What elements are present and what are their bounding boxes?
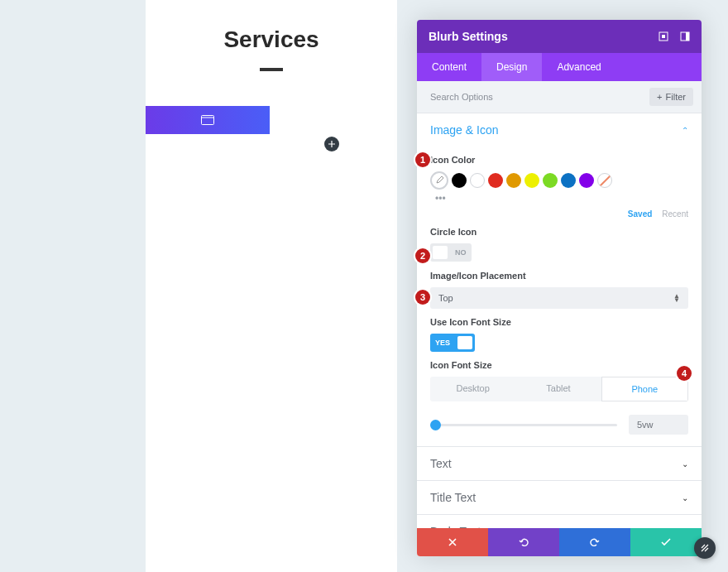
add-module-button[interactable] xyxy=(324,137,339,151)
device-tab-tablet[interactable]: Tablet xyxy=(515,377,601,401)
font-size-value[interactable]: 5vw xyxy=(629,415,688,435)
section-image-icon[interactable]: Image & Icon ⌃ xyxy=(417,113,702,147)
close-icon xyxy=(448,538,457,546)
swatch-blue[interactable] xyxy=(561,173,576,188)
tab-design[interactable]: Design xyxy=(481,53,542,81)
circle-icon-label: Circle Icon xyxy=(430,227,688,237)
saved-recent-tabs: Saved Recent xyxy=(430,209,688,219)
panel-header: Blurb Settings xyxy=(417,20,702,53)
tab-content[interactable]: Content xyxy=(417,53,481,81)
section-body-text[interactable]: Body Text ⌄ xyxy=(417,514,702,528)
placement-label: Image/Icon Placement xyxy=(430,271,688,281)
undo-button[interactable] xyxy=(488,528,559,556)
expand-icon[interactable] xyxy=(659,31,668,41)
swatch-red[interactable] xyxy=(488,173,503,188)
use-icon-font-size-toggle[interactable]: YES xyxy=(430,334,475,352)
swatch-black[interactable] xyxy=(452,173,467,188)
filter-row: Search Options + Filter xyxy=(417,81,702,113)
chevron-down-icon: ⌄ xyxy=(682,459,688,469)
font-size-slider-row: 5vw xyxy=(430,415,688,435)
resize-handle[interactable] xyxy=(694,537,716,559)
search-options-input[interactable]: Search Options xyxy=(430,92,493,102)
plus-icon: + xyxy=(657,92,662,102)
placement-select[interactable]: Top ▲▼ xyxy=(430,287,688,309)
footer-buttons xyxy=(417,528,702,556)
swatch-orange[interactable] xyxy=(506,173,521,188)
icon-color-label: Icon Color xyxy=(430,155,688,165)
device-tab-phone[interactable]: Phone xyxy=(601,377,688,401)
save-button[interactable] xyxy=(630,528,702,556)
device-tabs: Desktop Tablet Phone xyxy=(430,377,688,401)
section-title-text[interactable]: Title Text ⌄ xyxy=(417,480,702,514)
section-title: Title Text xyxy=(430,491,476,504)
undo-icon xyxy=(519,537,529,547)
cancel-button[interactable] xyxy=(417,528,488,556)
saved-tab[interactable]: Saved xyxy=(628,209,652,219)
section-title: Image & Icon xyxy=(430,123,499,137)
redo-icon xyxy=(590,537,600,547)
slider-thumb[interactable] xyxy=(430,420,441,430)
section-text[interactable]: Text ⌄ xyxy=(417,446,702,480)
use-icon-font-size-label: Use Icon Font Size xyxy=(430,317,688,327)
swatch-selected[interactable] xyxy=(430,171,448,190)
recent-tab[interactable]: Recent xyxy=(662,209,688,219)
badge-4: 4 xyxy=(677,366,692,381)
color-swatches xyxy=(430,171,688,190)
panel-body: Image & Icon ⌃ Icon Color ••• Sa xyxy=(417,113,702,528)
chevron-up-icon: ⌃ xyxy=(682,126,688,135)
svg-rect-5 xyxy=(686,32,689,41)
swatch-none[interactable] xyxy=(597,173,612,188)
eyedropper-icon xyxy=(434,175,444,185)
tab-advanced[interactable]: Advanced xyxy=(542,53,615,81)
swatch-purple[interactable] xyxy=(579,173,594,188)
badge-2: 2 xyxy=(415,248,430,263)
toggle-no-label: NO xyxy=(450,248,472,257)
badge-3: 3 xyxy=(415,290,430,305)
badge-1: 1 xyxy=(415,152,430,167)
filter-label: Filter xyxy=(666,92,686,102)
select-arrows-icon: ▲▼ xyxy=(673,294,680,302)
redo-button[interactable] xyxy=(559,528,630,556)
swatch-green[interactable] xyxy=(543,173,558,188)
panel-tabs: Content Design Advanced xyxy=(417,53,702,81)
chevron-down-icon: ⌄ xyxy=(682,493,688,502)
placement-value: Top xyxy=(438,293,453,303)
swatch-white[interactable] xyxy=(470,173,485,188)
filter-button[interactable]: + Filter xyxy=(649,88,693,106)
page-preview: Services xyxy=(146,0,397,572)
check-icon xyxy=(661,538,671,546)
settings-panel: Blurb Settings Content Design Advanced S… xyxy=(417,20,702,556)
svg-rect-3 xyxy=(662,35,665,38)
section-title: Text xyxy=(430,457,452,470)
more-colors-icon[interactable]: ••• xyxy=(435,193,688,204)
toggle-knob xyxy=(433,246,448,259)
toggle-knob xyxy=(457,336,472,349)
svg-rect-0 xyxy=(202,116,214,125)
icon-font-size-label: Icon Font Size xyxy=(430,360,688,370)
page-title: Services xyxy=(146,26,397,53)
swatch-yellow[interactable] xyxy=(524,173,539,188)
toggle-yes-label: YES xyxy=(430,339,455,347)
blurb-module[interactable] xyxy=(146,106,270,134)
page-title-underline xyxy=(260,68,283,71)
browser-icon xyxy=(201,115,214,125)
device-tab-desktop[interactable]: Desktop xyxy=(430,377,515,401)
resize-diagonal-icon xyxy=(700,543,710,553)
dock-icon[interactable] xyxy=(680,31,690,41)
panel-title: Blurb Settings xyxy=(429,30,508,43)
section-image-icon-body: Icon Color ••• Saved Recent Circl xyxy=(417,155,702,446)
circle-icon-toggle[interactable]: NO xyxy=(430,243,472,262)
font-size-slider[interactable] xyxy=(430,424,617,426)
